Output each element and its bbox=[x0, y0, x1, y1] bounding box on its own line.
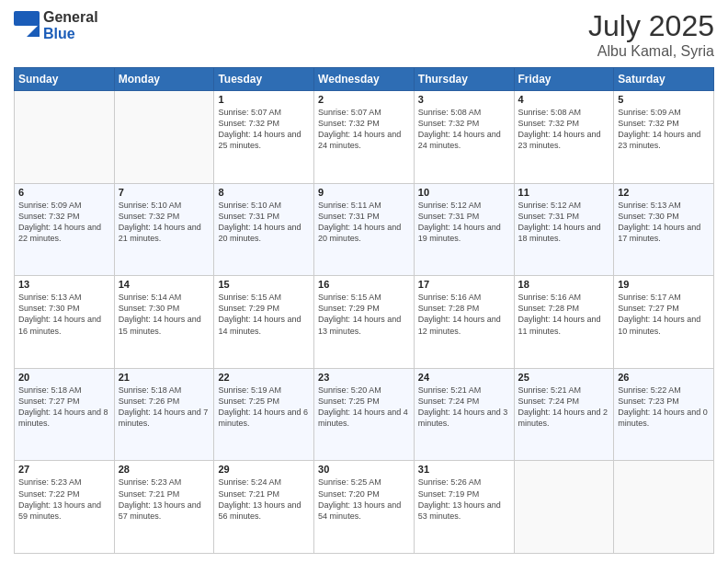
calendar-cell: 8Sunrise: 5:10 AMSunset: 7:31 PMDaylight… bbox=[214, 183, 314, 276]
cell-line: Sunrise: 5:15 AM bbox=[218, 293, 281, 302]
cell-line: Sunrise: 5:18 AM bbox=[119, 385, 182, 395]
cell-line: Sunset: 7:31 PM bbox=[418, 212, 480, 221]
cell-line: Sunset: 7:29 PM bbox=[218, 304, 279, 313]
cell-content: Sunrise: 5:07 AMSunset: 7:32 PMDaylight:… bbox=[318, 107, 410, 152]
cell-line: Daylight: 14 hours and 12 minutes. bbox=[418, 315, 501, 335]
calendar-cell: 24Sunrise: 5:21 AMSunset: 7:24 PMDayligh… bbox=[414, 368, 514, 461]
calendar-cell: 21Sunrise: 5:18 AMSunset: 7:26 PMDayligh… bbox=[114, 368, 214, 461]
cell-line: Sunrise: 5:26 AM bbox=[418, 477, 482, 487]
cell-line: Sunrise: 5:08 AM bbox=[418, 108, 482, 117]
cell-line: Sunset: 7:30 PM bbox=[618, 212, 679, 221]
calendar-cell: 30Sunrise: 5:25 AMSunset: 7:20 PMDayligh… bbox=[314, 461, 415, 554]
cell-line: Daylight: 13 hours and 54 minutes. bbox=[318, 500, 401, 521]
cell-line: Daylight: 14 hours and 24 minutes. bbox=[418, 130, 501, 150]
cell-line: Sunrise: 5:11 AM bbox=[318, 201, 381, 210]
cell-content: Sunrise: 5:14 AMSunset: 7:30 PMDaylight:… bbox=[119, 292, 210, 337]
title-location: Albu Kamal, Syria bbox=[588, 43, 714, 60]
cell-line: Sunset: 7:29 PM bbox=[318, 304, 380, 313]
cell-content: Sunrise: 5:16 AMSunset: 7:28 PMDaylight:… bbox=[418, 292, 510, 337]
calendar-cell: 1Sunrise: 5:07 AMSunset: 7:32 PMDaylight… bbox=[214, 91, 314, 184]
cell-line: Sunset: 7:32 PM bbox=[418, 119, 480, 128]
page: General Blue July 2025 Albu Kamal, Syria… bbox=[0, 0, 728, 563]
calendar-cell: 19Sunrise: 5:17 AMSunset: 7:27 PMDayligh… bbox=[614, 276, 714, 369]
day-header-tuesday: Tuesday bbox=[214, 68, 314, 91]
cell-line: Daylight: 14 hours and 18 minutes. bbox=[518, 223, 601, 243]
cell-line: Sunrise: 5:07 AM bbox=[218, 108, 281, 117]
logo: General Blue bbox=[14, 9, 98, 42]
day-number: 3 bbox=[418, 94, 510, 105]
cell-line: Daylight: 14 hours and 0 minutes. bbox=[618, 408, 708, 428]
calendar-cell: 28Sunrise: 5:23 AMSunset: 7:21 PMDayligh… bbox=[114, 461, 214, 554]
calendar-cell bbox=[15, 91, 115, 184]
cell-line: Sunrise: 5:18 AM bbox=[18, 385, 82, 395]
day-number: 21 bbox=[119, 372, 210, 383]
calendar-cell: 5Sunrise: 5:09 AMSunset: 7:32 PMDaylight… bbox=[614, 91, 714, 184]
cell-content: Sunrise: 5:21 AMSunset: 7:24 PMDaylight:… bbox=[418, 385, 510, 430]
day-number: 26 bbox=[618, 372, 710, 383]
calendar-cell bbox=[514, 461, 614, 554]
day-header-thursday: Thursday bbox=[414, 68, 514, 91]
cell-line: Daylight: 13 hours and 59 minutes. bbox=[18, 500, 101, 521]
day-number: 19 bbox=[618, 279, 710, 290]
svg-marker-1 bbox=[27, 24, 40, 37]
cell-line: Daylight: 14 hours and 8 minutes. bbox=[18, 408, 108, 428]
cell-line: Sunset: 7:24 PM bbox=[418, 396, 480, 406]
cell-content: Sunrise: 5:24 AMSunset: 7:21 PMDaylight:… bbox=[218, 477, 310, 522]
cell-line: Sunset: 7:21 PM bbox=[119, 489, 180, 499]
cell-line: Sunset: 7:32 PM bbox=[119, 212, 180, 221]
cell-content: Sunrise: 5:15 AMSunset: 7:29 PMDaylight:… bbox=[318, 292, 410, 337]
logo-blue: Blue bbox=[43, 26, 75, 41]
calendar-cell: 26Sunrise: 5:22 AMSunset: 7:23 PMDayligh… bbox=[614, 368, 714, 461]
cell-line: Daylight: 14 hours and 17 minutes. bbox=[618, 223, 700, 243]
day-number: 13 bbox=[18, 279, 110, 290]
logo-icon bbox=[14, 11, 40, 40]
day-number: 25 bbox=[518, 372, 610, 383]
cell-line: Daylight: 14 hours and 16 minutes. bbox=[18, 315, 101, 335]
calendar-cell: 22Sunrise: 5:19 AMSunset: 7:25 PMDayligh… bbox=[214, 368, 314, 461]
calendar-cell: 27Sunrise: 5:23 AMSunset: 7:22 PMDayligh… bbox=[15, 461, 115, 554]
calendar-cell: 9Sunrise: 5:11 AMSunset: 7:31 PMDaylight… bbox=[314, 183, 415, 276]
calendar-cell: 16Sunrise: 5:15 AMSunset: 7:29 PMDayligh… bbox=[314, 276, 415, 369]
calendar-cell: 25Sunrise: 5:21 AMSunset: 7:24 PMDayligh… bbox=[514, 368, 614, 461]
cell-line: Sunrise: 5:21 AM bbox=[518, 385, 582, 395]
cell-content: Sunrise: 5:18 AMSunset: 7:26 PMDaylight:… bbox=[119, 385, 210, 430]
cell-line: Sunrise: 5:25 AM bbox=[318, 477, 381, 487]
cell-line: Sunrise: 5:12 AM bbox=[518, 201, 582, 210]
calendar-cell: 6Sunrise: 5:09 AMSunset: 7:32 PMDaylight… bbox=[15, 183, 115, 276]
cell-line: Daylight: 13 hours and 53 minutes. bbox=[418, 500, 501, 521]
calendar-table: SundayMondayTuesdayWednesdayThursdayFrid… bbox=[14, 67, 714, 554]
cell-line: Daylight: 14 hours and 14 minutes. bbox=[218, 315, 301, 335]
day-number: 2 bbox=[318, 94, 410, 105]
cell-line: Daylight: 13 hours and 56 minutes. bbox=[218, 500, 301, 521]
cell-line: Sunset: 7:19 PM bbox=[418, 489, 480, 499]
cell-line: Sunrise: 5:23 AM bbox=[18, 477, 82, 487]
cell-line: Sunrise: 5:19 AM bbox=[218, 385, 281, 395]
cell-content: Sunrise: 5:13 AMSunset: 7:30 PMDaylight:… bbox=[18, 292, 110, 337]
cell-line: Sunrise: 5:09 AM bbox=[18, 201, 82, 210]
cell-content: Sunrise: 5:15 AMSunset: 7:29 PMDaylight:… bbox=[218, 292, 310, 337]
calendar-cell: 18Sunrise: 5:16 AMSunset: 7:28 PMDayligh… bbox=[514, 276, 614, 369]
cell-line: Daylight: 14 hours and 2 minutes. bbox=[518, 408, 609, 428]
logo-text: General Blue bbox=[43, 9, 98, 42]
cell-line: Sunrise: 5:16 AM bbox=[518, 293, 582, 302]
calendar-week-1: 1Sunrise: 5:07 AMSunset: 7:32 PMDaylight… bbox=[15, 91, 714, 184]
calendar-week-5: 27Sunrise: 5:23 AMSunset: 7:22 PMDayligh… bbox=[15, 461, 714, 554]
svg-rect-0 bbox=[14, 11, 40, 26]
cell-line: Sunset: 7:27 PM bbox=[18, 396, 80, 406]
cell-content: Sunrise: 5:23 AMSunset: 7:21 PMDaylight:… bbox=[119, 477, 210, 522]
cell-line: Sunrise: 5:07 AM bbox=[318, 108, 381, 117]
day-header-friday: Friday bbox=[514, 68, 614, 91]
day-number: 24 bbox=[418, 372, 510, 383]
day-number: 29 bbox=[218, 464, 310, 475]
calendar-week-4: 20Sunrise: 5:18 AMSunset: 7:27 PMDayligh… bbox=[15, 368, 714, 461]
day-number: 23 bbox=[318, 372, 410, 383]
cell-line: Daylight: 14 hours and 3 minutes. bbox=[418, 408, 508, 428]
day-number: 8 bbox=[218, 187, 310, 198]
cell-line: Sunrise: 5:10 AM bbox=[119, 201, 182, 210]
calendar-cell: 3Sunrise: 5:08 AMSunset: 7:32 PMDaylight… bbox=[414, 91, 514, 184]
cell-line: Sunrise: 5:20 AM bbox=[318, 385, 381, 395]
cell-line: Sunset: 7:32 PM bbox=[218, 119, 279, 128]
cell-line: Sunrise: 5:24 AM bbox=[218, 477, 281, 487]
cell-line: Sunrise: 5:13 AM bbox=[18, 293, 82, 302]
cell-content: Sunrise: 5:10 AMSunset: 7:31 PMDaylight:… bbox=[218, 200, 310, 245]
